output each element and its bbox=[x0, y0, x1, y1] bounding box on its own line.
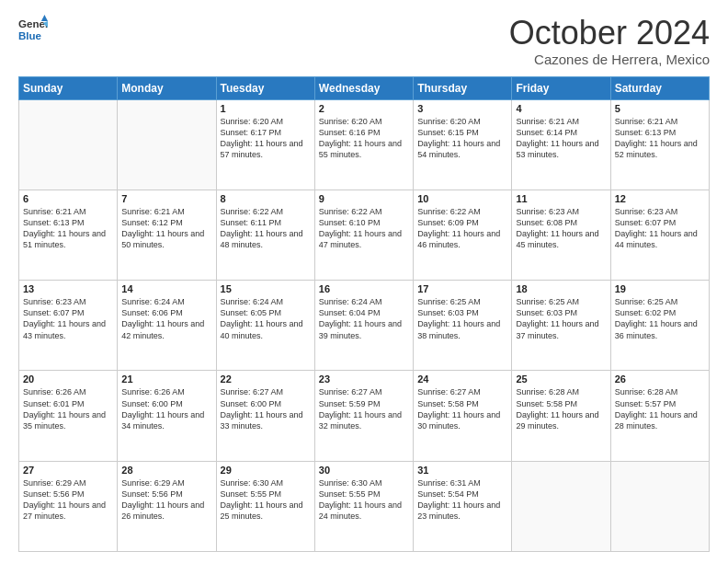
day-number: 5 bbox=[615, 103, 705, 114]
day-info: Sunrise: 6:21 AMSunset: 6:13 PMDaylight:… bbox=[23, 206, 113, 251]
calendar-header-saturday: Saturday bbox=[610, 76, 709, 99]
day-info: Sunrise: 6:23 AMSunset: 6:08 PMDaylight:… bbox=[516, 206, 606, 251]
calendar-cell: 12Sunrise: 6:23 AMSunset: 6:07 PMDayligh… bbox=[610, 190, 709, 280]
day-info: Sunrise: 6:29 AMSunset: 5:56 PMDaylight:… bbox=[121, 477, 211, 523]
calendar-cell: 27Sunrise: 6:29 AMSunset: 5:56 PMDayligh… bbox=[19, 461, 118, 551]
calendar-cell: 15Sunrise: 6:24 AMSunset: 6:05 PMDayligh… bbox=[216, 281, 314, 371]
calendar-cell bbox=[610, 461, 709, 551]
calendar-cell: 13Sunrise: 6:23 AMSunset: 6:07 PMDayligh… bbox=[19, 281, 118, 371]
day-info: Sunrise: 6:30 AMSunset: 5:55 PMDaylight:… bbox=[319, 477, 409, 523]
calendar-header-thursday: Thursday bbox=[414, 76, 512, 99]
calendar-header-monday: Monday bbox=[118, 76, 216, 99]
logo: General Blue bbox=[18, 15, 48, 44]
day-info: Sunrise: 6:20 AMSunset: 6:15 PMDaylight:… bbox=[417, 116, 507, 161]
day-info: Sunrise: 6:21 AMSunset: 6:13 PMDaylight:… bbox=[615, 116, 705, 161]
day-info: Sunrise: 6:22 AMSunset: 6:11 PMDaylight:… bbox=[221, 206, 311, 251]
day-number: 28 bbox=[121, 465, 211, 476]
calendar-cell: 10Sunrise: 6:22 AMSunset: 6:09 PMDayligh… bbox=[414, 190, 512, 280]
calendar-week-4: 20Sunrise: 6:26 AMSunset: 6:01 PMDayligh… bbox=[19, 371, 710, 461]
month-title: October 2024 bbox=[509, 15, 710, 52]
day-number: 11 bbox=[516, 193, 606, 204]
calendar-cell: 2Sunrise: 6:20 AMSunset: 6:16 PMDaylight… bbox=[314, 99, 413, 190]
day-number: 3 bbox=[417, 103, 507, 114]
day-info: Sunrise: 6:29 AMSunset: 5:56 PMDaylight:… bbox=[23, 477, 113, 523]
day-number: 21 bbox=[121, 373, 211, 385]
day-info: Sunrise: 6:25 AMSunset: 6:02 PMDaylight:… bbox=[615, 296, 705, 341]
day-info: Sunrise: 6:24 AMSunset: 6:04 PMDaylight:… bbox=[319, 296, 409, 341]
calendar-header-friday: Friday bbox=[512, 76, 610, 99]
day-info: Sunrise: 6:27 AMSunset: 6:00 PMDaylight:… bbox=[221, 386, 311, 431]
day-number: 24 bbox=[417, 373, 507, 385]
day-number: 6 bbox=[23, 193, 113, 204]
day-number: 16 bbox=[319, 283, 409, 294]
calendar-cell: 21Sunrise: 6:26 AMSunset: 6:00 PMDayligh… bbox=[118, 371, 216, 461]
day-info: Sunrise: 6:25 AMSunset: 6:03 PMDaylight:… bbox=[417, 296, 507, 341]
calendar-cell: 8Sunrise: 6:22 AMSunset: 6:11 PMDaylight… bbox=[216, 190, 314, 280]
calendar-cell bbox=[512, 461, 610, 551]
day-number: 22 bbox=[221, 373, 311, 385]
logo-icon: General Blue bbox=[18, 15, 48, 44]
day-number: 7 bbox=[121, 193, 211, 204]
calendar-header-tuesday: Tuesday bbox=[216, 76, 314, 99]
calendar-header-sunday: Sunday bbox=[19, 76, 118, 99]
day-info: Sunrise: 6:22 AMSunset: 6:09 PMDaylight:… bbox=[417, 206, 507, 251]
day-info: Sunrise: 6:27 AMSunset: 5:59 PMDaylight:… bbox=[319, 386, 409, 431]
page-header: General Blue October 2024 Cazones de Her… bbox=[18, 15, 710, 67]
day-info: Sunrise: 6:20 AMSunset: 6:17 PMDaylight:… bbox=[221, 116, 311, 161]
calendar-week-1: 1Sunrise: 6:20 AMSunset: 6:17 PMDaylight… bbox=[19, 99, 710, 190]
day-number: 25 bbox=[516, 373, 606, 385]
day-number: 15 bbox=[221, 283, 311, 294]
day-number: 31 bbox=[417, 465, 507, 476]
day-info: Sunrise: 6:28 AMSunset: 5:58 PMDaylight:… bbox=[516, 386, 606, 431]
day-info: Sunrise: 6:26 AMSunset: 6:01 PMDaylight:… bbox=[23, 386, 113, 431]
day-number: 20 bbox=[23, 373, 113, 385]
calendar-cell: 19Sunrise: 6:25 AMSunset: 6:02 PMDayligh… bbox=[610, 281, 709, 371]
day-number: 8 bbox=[221, 193, 311, 204]
calendar-week-3: 13Sunrise: 6:23 AMSunset: 6:07 PMDayligh… bbox=[19, 281, 710, 371]
day-number: 23 bbox=[319, 373, 409, 385]
calendar-cell: 31Sunrise: 6:31 AMSunset: 5:54 PMDayligh… bbox=[414, 461, 512, 551]
calendar-cell: 1Sunrise: 6:20 AMSunset: 6:17 PMDaylight… bbox=[216, 99, 314, 190]
day-info: Sunrise: 6:31 AMSunset: 5:54 PMDaylight:… bbox=[417, 477, 507, 523]
day-info: Sunrise: 6:26 AMSunset: 6:00 PMDaylight:… bbox=[121, 386, 211, 431]
calendar-cell: 14Sunrise: 6:24 AMSunset: 6:06 PMDayligh… bbox=[118, 281, 216, 371]
calendar-cell: 3Sunrise: 6:20 AMSunset: 6:15 PMDaylight… bbox=[414, 99, 512, 190]
calendar-cell: 30Sunrise: 6:30 AMSunset: 5:55 PMDayligh… bbox=[314, 461, 413, 551]
calendar-cell: 29Sunrise: 6:30 AMSunset: 5:55 PMDayligh… bbox=[216, 461, 314, 551]
calendar-cell: 20Sunrise: 6:26 AMSunset: 6:01 PMDayligh… bbox=[19, 371, 118, 461]
calendar-header-wednesday: Wednesday bbox=[314, 76, 413, 99]
calendar-cell: 23Sunrise: 6:27 AMSunset: 5:59 PMDayligh… bbox=[314, 371, 413, 461]
day-number: 9 bbox=[319, 193, 409, 204]
day-info: Sunrise: 6:22 AMSunset: 6:10 PMDaylight:… bbox=[319, 206, 409, 251]
day-info: Sunrise: 6:20 AMSunset: 6:16 PMDaylight:… bbox=[319, 116, 409, 161]
svg-text:Blue: Blue bbox=[18, 30, 42, 41]
day-number: 27 bbox=[23, 465, 113, 476]
day-number: 13 bbox=[23, 283, 113, 294]
calendar-cell: 25Sunrise: 6:28 AMSunset: 5:58 PMDayligh… bbox=[512, 371, 610, 461]
day-number: 26 bbox=[615, 373, 705, 385]
day-number: 17 bbox=[417, 283, 507, 294]
calendar-cell: 28Sunrise: 6:29 AMSunset: 5:56 PMDayligh… bbox=[118, 461, 216, 551]
day-number: 14 bbox=[121, 283, 211, 294]
day-number: 1 bbox=[221, 103, 311, 114]
calendar-cell: 6Sunrise: 6:21 AMSunset: 6:13 PMDaylight… bbox=[19, 190, 118, 280]
day-number: 2 bbox=[319, 103, 409, 114]
calendar-cell: 17Sunrise: 6:25 AMSunset: 6:03 PMDayligh… bbox=[414, 281, 512, 371]
day-info: Sunrise: 6:23 AMSunset: 6:07 PMDaylight:… bbox=[615, 206, 705, 251]
title-block: October 2024 Cazones de Herrera, Mexico bbox=[509, 15, 710, 67]
calendar-cell bbox=[19, 99, 118, 190]
calendar-cell: 7Sunrise: 6:21 AMSunset: 6:12 PMDaylight… bbox=[118, 190, 216, 280]
calendar-cell bbox=[118, 99, 216, 190]
calendar-cell: 9Sunrise: 6:22 AMSunset: 6:10 PMDaylight… bbox=[314, 190, 413, 280]
day-number: 12 bbox=[615, 193, 705, 204]
day-info: Sunrise: 6:30 AMSunset: 5:55 PMDaylight:… bbox=[221, 477, 311, 523]
calendar-header-row: SundayMondayTuesdayWednesdayThursdayFrid… bbox=[19, 76, 710, 99]
location-title: Cazones de Herrera, Mexico bbox=[509, 52, 710, 67]
day-number: 10 bbox=[417, 193, 507, 204]
calendar-cell: 11Sunrise: 6:23 AMSunset: 6:08 PMDayligh… bbox=[512, 190, 610, 280]
calendar-cell: 4Sunrise: 6:21 AMSunset: 6:14 PMDaylight… bbox=[512, 99, 610, 190]
calendar-week-5: 27Sunrise: 6:29 AMSunset: 5:56 PMDayligh… bbox=[19, 461, 710, 551]
day-info: Sunrise: 6:27 AMSunset: 5:58 PMDaylight:… bbox=[417, 386, 507, 431]
calendar-table: SundayMondayTuesdayWednesdayThursdayFrid… bbox=[18, 76, 710, 552]
day-number: 4 bbox=[516, 103, 606, 114]
